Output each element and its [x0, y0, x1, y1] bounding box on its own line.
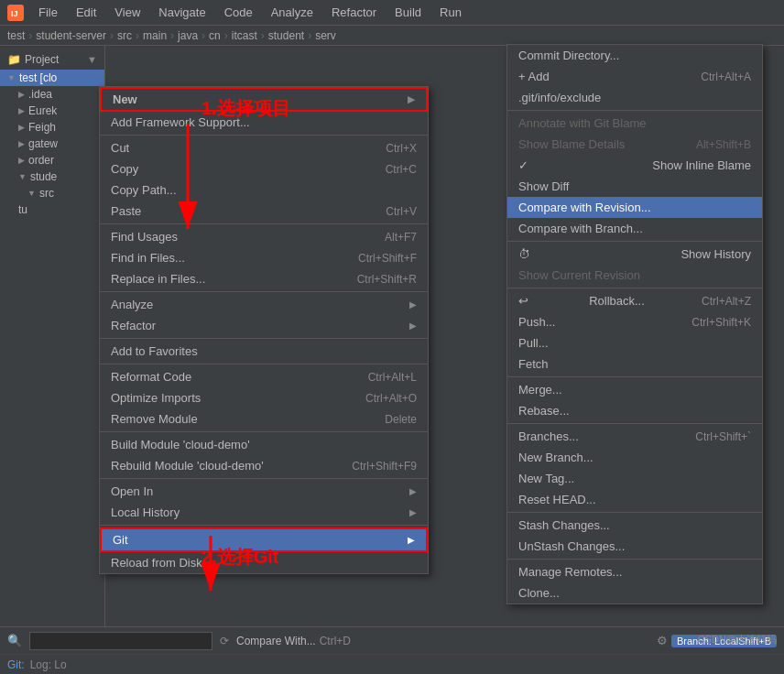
ctx-git-push[interactable]: Push... Ctrl+Shift+K	[507, 311, 762, 332]
ctx-local-history[interactable]: Local History ▶	[100, 502, 428, 523]
ctx-remove-module[interactable]: Remove Module Delete	[100, 408, 428, 429]
sidebar-item-tu[interactable]: tu	[0, 201, 104, 218]
ctx-git-merge[interactable]: Merge...	[507, 379, 762, 400]
ctx-sep-6	[100, 431, 428, 432]
ctx-optimize-imports[interactable]: Optimize Imports Ctrl+Alt+O	[100, 387, 428, 408]
ctx-sep-r7	[507, 559, 762, 560]
ctx-git-compare-branch[interactable]: Compare with Branch...	[507, 218, 762, 239]
compare-with-button[interactable]: Compare With... Ctrl+D	[236, 635, 351, 647]
sync-icon: ⟳	[220, 635, 229, 647]
ctx-sep-2	[100, 223, 428, 224]
ctx-find-usages[interactable]: Find Usages Alt+F7	[100, 226, 428, 247]
sidebar-item-idea[interactable]: ▶ .idea	[0, 86, 104, 103]
ctx-git-new-tag[interactable]: New Tag...	[507, 468, 762, 489]
sidebar-item-test[interactable]: ▼ test [clo	[0, 70, 104, 86]
ctx-add-favorites[interactable]: Add to Favorites	[100, 341, 428, 362]
context-menu-git: Commit Directory... + Add Ctrl+Alt+A .gi…	[506, 44, 763, 604]
ctx-add-framework[interactable]: Add Framework Support...	[100, 112, 428, 133]
ctx-build-module[interactable]: Build Module 'cloud-demo'	[100, 434, 428, 455]
breadcrumb-student-server: student-server	[36, 29, 106, 42]
ctx-git-current-revision: Show Current Revision	[507, 265, 762, 286]
menu-view[interactable]: View	[111, 4, 144, 21]
breadcrumb: test › student-server › src › main › jav…	[0, 26, 784, 46]
ctx-git-unstash[interactable]: UnStash Changes...	[507, 536, 762, 557]
ctx-paste[interactable]: Paste Ctrl+V	[100, 201, 428, 222]
menu-refactor[interactable]: Refactor	[328, 4, 380, 21]
ctx-sep-1	[100, 135, 428, 136]
git-bar: Git: Log: Lo	[0, 654, 784, 674]
ctx-sep-r5	[507, 423, 762, 424]
ctx-git-add[interactable]: + Add Ctrl+Alt+A	[507, 66, 762, 87]
ctx-git-pull[interactable]: Pull...	[507, 332, 762, 353]
ctx-copy-path[interactable]: Copy Path...	[100, 179, 428, 201]
ctx-open-in[interactable]: Open In ▶	[100, 481, 428, 502]
context-menu-left: New ▶ Add Framework Support... Cut Ctrl+…	[99, 86, 429, 574]
ctx-git[interactable]: Git ▶	[102, 529, 426, 550]
ctx-new[interactable]: New ▶	[102, 89, 426, 110]
menu-file[interactable]: File	[35, 4, 61, 21]
sidebar-item-order[interactable]: ▶ order	[0, 152, 104, 168]
menu-code[interactable]: Code	[221, 4, 256, 21]
ctx-sep-7	[100, 478, 428, 479]
sidebar-item-feigh[interactable]: ▶ Feigh	[0, 119, 104, 136]
sidebar: 📁 Project ▼ ▼ test [clo ▶ .idea ▶ Eurek …	[0, 46, 105, 626]
ctx-git-branches[interactable]: Branches... Ctrl+Shift+`	[507, 426, 762, 447]
ctx-sep-r4	[507, 376, 762, 377]
ctx-git-show-history[interactable]: ⏱ Show History	[507, 244, 762, 265]
ctx-rebuild-module[interactable]: Rebuild Module 'cloud-demo' Ctrl+Shift+F…	[100, 455, 428, 476]
ctx-find-in-files[interactable]: Find in Files... Ctrl+Shift+F	[100, 247, 428, 268]
ctx-git-blame-details: Show Blame Details Alt+Shift+B	[507, 134, 762, 155]
ctx-git-show-diff[interactable]: Show Diff	[507, 176, 762, 197]
sidebar-item-eureka[interactable]: ▶ Eurek	[0, 103, 104, 119]
ctx-git-fetch[interactable]: Fetch	[507, 353, 762, 375]
ctx-replace-in-files[interactable]: Replace in Files... Ctrl+Shift+R	[100, 268, 428, 289]
ctx-git-exclude[interactable]: .git/info/exclude	[507, 87, 762, 108]
search-icon: 🔍	[7, 634, 22, 647]
sidebar-item-src[interactable]: ▼ src	[0, 185, 104, 201]
ctx-git-inline-blame[interactable]: ✓Show Inline Blame	[507, 155, 762, 176]
ctx-git-commit-dir[interactable]: Commit Directory...	[507, 45, 762, 66]
ide-frame: IJ File Edit View Navigate Code Analyze …	[0, 0, 784, 674]
breadcrumb-test: test	[7, 29, 25, 42]
ctx-git-manage-remotes[interactable]: Manage Remotes...	[507, 561, 762, 582]
ctx-git-stash[interactable]: Stash Changes...	[507, 515, 762, 536]
search-input[interactable]	[29, 632, 212, 650]
ctx-reformat[interactable]: Reformat Code Ctrl+Alt+L	[100, 366, 428, 387]
ctx-reload-disk[interactable]: Reload from Disk	[100, 552, 428, 573]
menu-analyze[interactable]: Analyze	[267, 4, 317, 21]
menu-build[interactable]: Build	[391, 4, 425, 21]
ctx-cut[interactable]: Cut Ctrl+X	[100, 137, 428, 158]
ctx-sep-3	[100, 291, 428, 292]
ctx-git-rebase[interactable]: Rebase...	[507, 400, 762, 421]
ctx-git-rollback[interactable]: ↩ Rollback... Ctrl+Alt+Z	[507, 290, 762, 311]
ctx-git-annotate: Annotate with Git Blame	[507, 113, 762, 134]
sidebar-item-student[interactable]: ▼ stude	[0, 168, 104, 185]
ctx-refactor[interactable]: Refactor ▶	[100, 315, 428, 336]
ctx-copy[interactable]: Copy Ctrl+C	[100, 158, 428, 179]
ctx-sep-r2	[507, 241, 762, 242]
watermark: CSDN@大连钰码	[698, 633, 777, 647]
ctx-sep-r1	[507, 110, 762, 111]
ctx-analyze[interactable]: Analyze ▶	[100, 294, 428, 315]
menu-edit[interactable]: Edit	[72, 4, 100, 21]
menu-bar: IJ File Edit View Navigate Code Analyze …	[0, 0, 784, 26]
menu-run[interactable]: Run	[436, 4, 465, 21]
ctx-git-reset-head[interactable]: Reset HEAD...	[507, 489, 762, 510]
ctx-sep-4	[100, 338, 428, 339]
search-bar: 🔍 ⟳ Compare With... Ctrl+D ⚙ Branch: Loc…	[0, 626, 784, 654]
ctx-git-clone[interactable]: Clone...	[507, 582, 762, 603]
menu-navigate[interactable]: Navigate	[155, 4, 209, 21]
svg-text:IJ: IJ	[11, 9, 18, 18]
sidebar-header: 📁 Project ▼	[0, 49, 104, 70]
ctx-sep-r3	[507, 288, 762, 288]
ide-logo: IJ	[7, 5, 24, 21]
ctx-sep-5	[100, 364, 428, 364]
ctx-sep-8	[100, 525, 428, 526]
sidebar-item-gateway[interactable]: ▶ gatew	[0, 136, 104, 152]
ctx-sep-r6	[507, 512, 762, 513]
ctx-git-compare-revision[interactable]: Compare with Revision...	[507, 197, 762, 218]
ctx-git-new-branch[interactable]: New Branch...	[507, 447, 762, 468]
